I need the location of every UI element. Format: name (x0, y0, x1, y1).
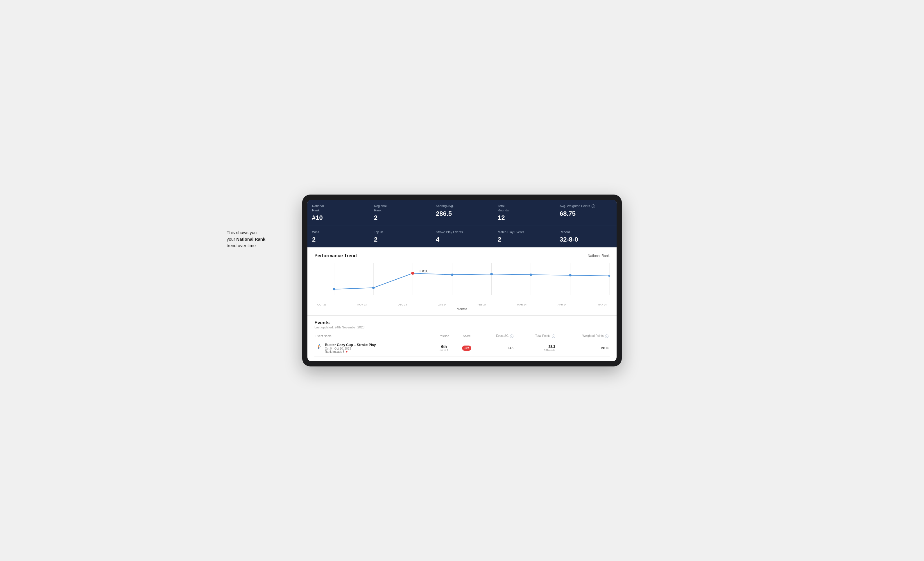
x-label-nov23: NOV 23 (357, 303, 367, 306)
x-label-feb24: FEB 24 (477, 303, 486, 306)
th-position: Position (432, 332, 456, 340)
scene: This shows you your National Rank trend … (302, 194, 622, 366)
chart-title: Performance Trend (314, 253, 357, 259)
x-label-dec23: DEC 23 (398, 303, 407, 306)
stat-top3s: Top 3s 2 (369, 226, 431, 247)
svg-point-16 (569, 274, 572, 277)
event-name-cell: 🏌️ Buster Cozy Cup – Stroke Play Oct 9 -… (314, 340, 432, 356)
chart-legend: National Rank (588, 254, 610, 258)
th-total-points: Total Points i (514, 332, 556, 340)
info-icon-weighted: i (592, 204, 595, 208)
event-score-cell: -22 (456, 340, 478, 356)
tablet: NationalRank #10 RegionalRank 2 Scoring … (302, 194, 622, 366)
x-label-apr24: APR 24 (558, 303, 567, 306)
info-icon-total: i (552, 335, 555, 338)
stats-row-1: NationalRank #10 RegionalRank 2 Scoring … (308, 200, 616, 226)
tablet-screen: NationalRank #10 RegionalRank 2 Scoring … (308, 200, 616, 361)
stats-row-2: Wins 2 Top 3s 2 Stroke Play Events 4 Mat… (308, 226, 616, 247)
x-label-mar24: MAR 24 (517, 303, 527, 306)
svg-point-12 (411, 272, 414, 275)
stat-match-play-events: Match Play Events 2 (493, 226, 555, 247)
event-weighted-points-cell: 28.3 (556, 340, 610, 356)
event-date: Oct 9 - Oct 10, 2023 (325, 347, 376, 350)
annotation-text: This shows you your National Rank trend … (226, 229, 294, 249)
events-title: Events (314, 320, 610, 326)
svg-point-11 (372, 287, 375, 289)
events-section: Events Last updated: 24th November 2023 … (308, 316, 616, 361)
th-score: Score (456, 332, 478, 340)
table-row[interactable]: 🏌️ Buster Cozy Cup – Stroke Play Oct 9 -… (314, 340, 610, 356)
event-position-cell: 6th out of 7 (432, 340, 456, 356)
th-event-sg: Event SG i (478, 332, 514, 340)
chart-section: Performance Trend National Rank (308, 247, 616, 316)
th-event-name: Event Name (314, 332, 432, 340)
events-table: Event Name Position Score Event SG i Tot… (314, 332, 610, 356)
x-label-jan24: JAN 24 (438, 303, 447, 306)
stat-wins: Wins 2 (308, 226, 369, 247)
stat-record: Record 32-8-0 (555, 226, 616, 247)
stat-regional-rank: RegionalRank 2 (369, 200, 431, 226)
event-position: 6th (433, 344, 455, 349)
chart-area: • #10 (314, 263, 610, 301)
svg-point-14 (490, 273, 493, 275)
stat-scoring-avg: Scoring Avg. 286.5 (431, 200, 493, 226)
stat-total-rounds: TotalRounds 12 (493, 200, 555, 226)
info-icon-wp: i (605, 335, 609, 338)
event-position-sub: out of 7 (433, 349, 455, 352)
x-label-oct23: OCT 23 (317, 303, 326, 306)
event-name: Buster Cozy Cup – Stroke Play (325, 343, 376, 347)
event-total-points-cell: 28.3 3 Rounds (514, 340, 556, 356)
rank-impact[interactable]: Rank Impact: 3 ▼ (325, 350, 376, 353)
table-header-row: Event Name Position Score Event SG i Tot… (314, 332, 610, 340)
event-sg-cell: 0.45 (478, 340, 514, 356)
stat-stroke-play-events: Stroke Play Events 4 (431, 226, 493, 247)
stat-avg-weighted-points: Avg. Weighted Points i 68.75 (555, 200, 616, 226)
event-score-badge: -22 (462, 346, 471, 351)
svg-point-13 (451, 274, 454, 276)
th-weighted-points: Weighted Points i (556, 332, 610, 340)
x-label-may24: MAY 24 (598, 303, 607, 306)
rank-impact-chevron[interactable]: ▼ (345, 350, 348, 353)
events-subtitle: Last updated: 24th November 2023 (314, 326, 610, 329)
svg-point-10 (333, 288, 335, 290)
stat-national-rank: NationalRank #10 (308, 200, 369, 226)
svg-point-15 (530, 274, 532, 276)
chart-svg: • #10 (314, 263, 610, 301)
svg-point-17 (608, 275, 610, 277)
svg-text:• #10: • #10 (419, 269, 428, 273)
x-axis-title: Months (314, 307, 610, 311)
x-axis-labels: OCT 23 NOV 23 DEC 23 JAN 24 FEB 24 MAR 2… (314, 303, 610, 306)
info-icon-sg: i (510, 335, 513, 338)
event-golf-icon: 🏌️ (315, 343, 322, 350)
chart-header: Performance Trend National Rank (314, 253, 610, 259)
